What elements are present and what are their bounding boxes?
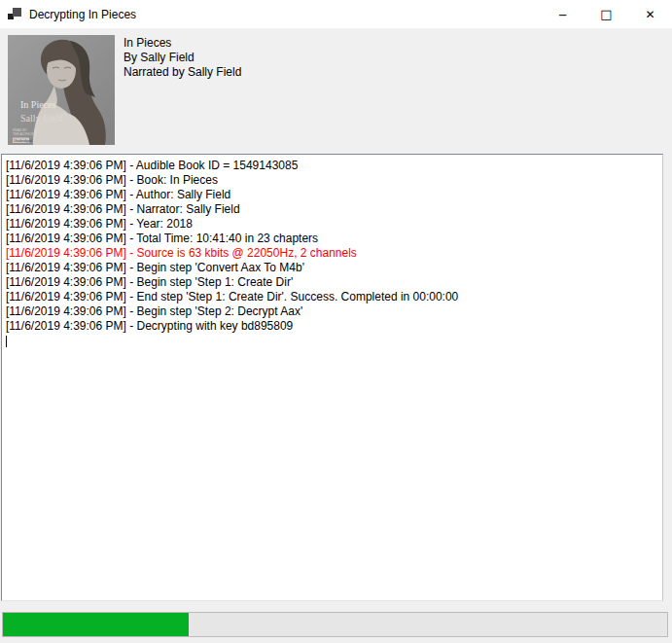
window-controls: ─ □ ✕ xyxy=(541,0,672,28)
progress-bar xyxy=(2,612,668,637)
cover-title-text: In Pieces xyxy=(20,99,55,110)
log-textbox[interactable]: [11/6/2019 4:39:06 PM] - Audible Book ID… xyxy=(1,154,663,601)
book-title: In Pieces xyxy=(124,36,241,51)
close-button[interactable]: ✕ xyxy=(628,0,672,28)
minimize-button[interactable]: ─ xyxy=(541,0,584,28)
log-line: [11/6/2019 4:39:06 PM] - End step 'Step … xyxy=(6,290,659,304)
log-line: [11/6/2019 4:39:06 PM] - Audible Book ID… xyxy=(6,159,659,173)
app-icon xyxy=(8,8,21,20)
maximize-button[interactable]: □ xyxy=(584,0,628,28)
titlebar[interactable]: Decrypting In Pieces ─ □ ✕ xyxy=(0,0,672,28)
caret-line xyxy=(6,334,659,348)
progress-fill xyxy=(3,613,189,636)
log-line: [11/6/2019 4:39:06 PM] - Total Time: 10:… xyxy=(6,232,659,246)
book-author: By Sally Field xyxy=(124,51,241,65)
log-line: [11/6/2019 4:39:06 PM] - Year: 2018 xyxy=(6,217,659,232)
log-line: [11/6/2019 4:39:06 PM] - Begin step 'Ste… xyxy=(6,275,659,290)
cover-badge-text: Unabridged xyxy=(14,139,32,143)
log-line: [11/6/2019 4:39:06 PM] - Author: Sally F… xyxy=(6,188,659,202)
app-icon-square-large xyxy=(13,8,21,17)
book-cover-image: In Pieces Sally Field READ BY THE AUTHOR… xyxy=(8,35,115,145)
maximize-icon: □ xyxy=(600,8,612,20)
log-line: [11/6/2019 4:39:06 PM] - Begin step 'Con… xyxy=(6,261,659,275)
log-line: [11/6/2019 4:39:06 PM] - Book: In Pieces xyxy=(6,173,659,188)
close-icon: ✕ xyxy=(645,9,654,20)
window-title: Decrypting In Pieces xyxy=(29,8,136,21)
app-window: Decrypting In Pieces ─ □ ✕ xyxy=(0,0,672,643)
cover-caption-line2: THE AUTHOR xyxy=(13,132,34,136)
log-content: [11/6/2019 4:39:06 PM] - Audible Book ID… xyxy=(6,159,659,334)
log-line: [11/6/2019 4:39:06 PM] - Decrypting with… xyxy=(6,319,659,334)
log-line: [11/6/2019 4:39:06 PM] - Source is 63 kb… xyxy=(6,246,659,261)
text-caret xyxy=(6,336,7,347)
book-narrator: Narrated by Sally Field xyxy=(124,65,241,80)
book-info: In Pieces By Sally Field Narrated by Sal… xyxy=(124,36,241,80)
log-line: [11/6/2019 4:39:06 PM] - Narrator: Sally… xyxy=(6,202,659,217)
log-line: [11/6/2019 4:39:06 PM] - Begin step 'Ste… xyxy=(6,304,659,319)
minimize-icon: ─ xyxy=(559,10,566,21)
cover-author-text: Sally Field xyxy=(20,113,63,124)
